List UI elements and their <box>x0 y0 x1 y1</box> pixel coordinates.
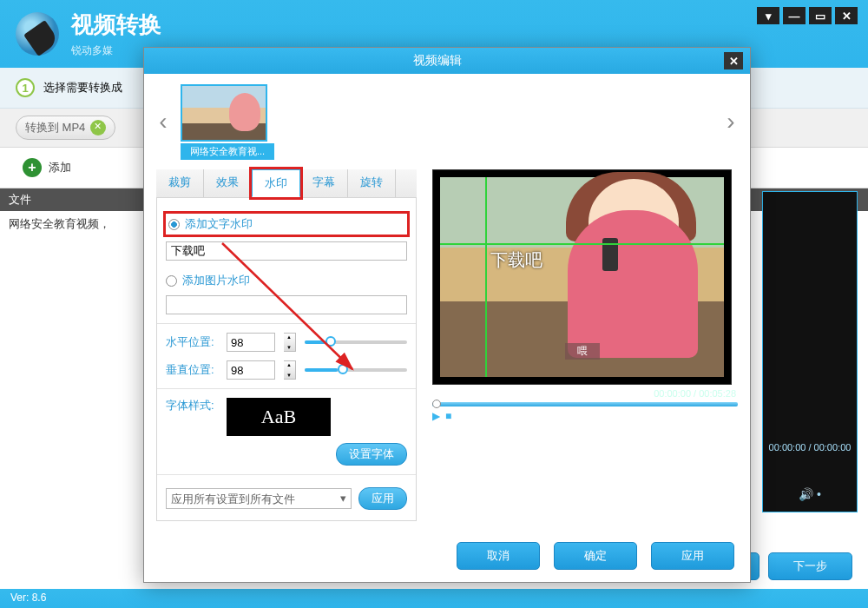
plus-icon: + <box>23 158 42 177</box>
convert-to-label: 转换到 MP4 <box>25 120 85 135</box>
version-label: Ver: 8.6 <box>0 589 868 608</box>
tab-crop[interactable]: 裁剪 <box>156 169 204 197</box>
thumbnail[interactable]: 网络安全教育视... <box>181 84 274 160</box>
thumb-next-button[interactable]: › <box>722 106 740 137</box>
image-watermark-input[interactable] <box>166 295 407 314</box>
step-number: 1 <box>16 78 35 97</box>
step-text: 选择需要转换成 <box>43 80 122 96</box>
video-edit-dialog: 视频编辑 ✕ ‹ 网络安全教育视... › 裁剪 效果 水印 字幕 旋转 添加文… <box>143 47 751 583</box>
dialog-apply-button[interactable]: 应用 <box>651 542 734 570</box>
set-font-button[interactable]: 设置字体 <box>336 443 407 466</box>
font-label: 字体样式: <box>166 398 218 436</box>
tab-bar: 裁剪 效果 水印 字幕 旋转 <box>156 169 417 197</box>
preview-box: 下载吧 喂 <box>432 169 732 385</box>
caption-preview: 喂 <box>565 343 600 360</box>
apply-scope-select[interactable]: 应用所有设置到所有文件 ▾ <box>166 488 352 509</box>
hpos-stepper[interactable] <box>284 333 296 352</box>
radio-image-watermark[interactable]: 添加图片水印 <box>166 273 407 288</box>
text-watermark-label: 添加文字水印 <box>185 216 253 232</box>
gear-icon <box>90 120 106 135</box>
app-title: 视频转换 <box>71 10 161 40</box>
preview-panel: 00:00:00 / 00:00:00 🔊 • <box>762 191 858 512</box>
window-tray-button[interactable]: ▾ <box>757 7 779 24</box>
window-close-button[interactable]: ✕ <box>835 7 858 24</box>
radio-off-icon <box>166 275 177 287</box>
add-button[interactable]: + 添加 <box>16 155 78 181</box>
preview-seekbar[interactable] <box>432 402 738 406</box>
dialog-cancel-button[interactable]: 取消 <box>457 542 540 570</box>
preview-time: 00:00:00 / 00:00:00 <box>769 442 852 453</box>
dialog-close-button[interactable]: ✕ <box>724 52 743 69</box>
image-watermark-label: 添加图片水印 <box>182 273 250 288</box>
tab-watermark[interactable]: 水印 <box>252 169 300 197</box>
hpos-label: 水平位置: <box>166 334 218 350</box>
font-preview: AaB <box>227 398 331 436</box>
guide-vertical <box>485 177 487 377</box>
hpos-slider[interactable] <box>305 340 407 344</box>
vpos-slider[interactable] <box>305 368 407 372</box>
preview-timecode: 00:00:00 / 00:05:28 <box>434 388 736 399</box>
apply-settings-button[interactable]: 应用 <box>358 487 407 510</box>
next-button[interactable]: 下一步 <box>768 552 852 580</box>
dialog-ok-button[interactable]: 确定 <box>554 542 637 570</box>
thumbnail-label: 网络安全教育视... <box>181 143 274 160</box>
volume-icon[interactable]: 🔊 • <box>799 487 821 501</box>
thumb-prev-button[interactable]: ‹ <box>155 106 172 137</box>
stop-button[interactable]: ■ <box>445 410 451 422</box>
vpos-label: 垂直位置: <box>166 362 218 378</box>
watermark-preview: 下载吧 <box>490 248 542 272</box>
window-maximize-button[interactable]: ▭ <box>809 7 832 24</box>
add-label: 添加 <box>49 160 71 175</box>
tab-subtitle[interactable]: 字幕 <box>300 169 348 197</box>
guide-horizontal <box>440 243 724 245</box>
text-watermark-input[interactable] <box>166 241 407 261</box>
play-button[interactable]: ▶ <box>432 410 440 422</box>
dialog-title: 视频编辑 <box>151 53 724 69</box>
vpos-stepper[interactable] <box>284 360 296 380</box>
radio-on-icon <box>168 219 180 230</box>
vpos-input[interactable] <box>227 360 275 380</box>
radio-text-watermark[interactable]: 添加文字水印 <box>166 214 407 235</box>
convert-to-button[interactable]: 转换到 MP4 <box>16 116 115 140</box>
tab-rotate[interactable]: 旋转 <box>348 169 396 197</box>
tab-effect[interactable]: 效果 <box>204 169 252 197</box>
thumbnail-image <box>181 84 267 142</box>
hpos-input[interactable] <box>227 333 275 352</box>
window-minimize-button[interactable]: — <box>783 7 806 24</box>
app-logo <box>16 12 59 56</box>
